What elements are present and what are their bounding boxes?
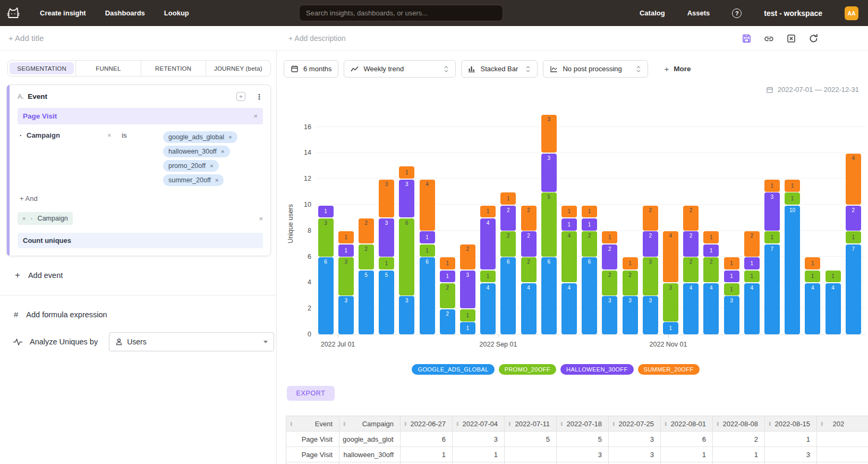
bar-segment[interactable]: 6 (582, 257, 597, 334)
bar-segment[interactable]: 1 (785, 180, 800, 192)
bar-segment[interactable]: 1 (480, 206, 496, 218)
remove-filter-value-icon[interactable]: × (215, 177, 219, 183)
add-event-button[interactable]: + Add event (15, 270, 276, 281)
bar-segment[interactable]: 1 (602, 231, 617, 243)
bar-segment[interactable]: 4 (561, 283, 577, 334)
add-and-filter-button[interactable]: + And (20, 195, 263, 203)
chart-type-select[interactable]: Stacked Bar (461, 60, 538, 78)
bar-segment[interactable]: 1 (338, 231, 354, 243)
bar-segment[interactable]: 1 (764, 231, 780, 243)
bar-segment[interactable]: 4 (663, 231, 678, 282)
date-range-button[interactable]: 6 months (284, 60, 338, 78)
remove-filter-value-icon[interactable]: × (210, 163, 214, 169)
bar-segment[interactable]: 1 (724, 271, 739, 283)
bar-segment[interactable]: 3 (764, 192, 780, 231)
add-description-button[interactable]: + Add description (288, 34, 346, 43)
bar-segment[interactable]: 2 (683, 257, 699, 282)
nav-create-insight[interactable]: Create insight (40, 9, 86, 17)
bar-segment[interactable]: 3 (379, 180, 394, 218)
bar-segment[interactable]: 3 (541, 115, 557, 153)
bar-segment[interactable]: 6 (318, 257, 334, 334)
bar-segment[interactable]: 3 (724, 296, 739, 334)
filter-value-chip[interactable]: google_ads_global× (163, 131, 237, 143)
bar-segment[interactable]: 1 (764, 180, 780, 192)
bar-segment[interactable]: 7 (764, 244, 780, 334)
bar-segment[interactable]: 7 (846, 244, 861, 334)
bar-segment[interactable]: 1 (805, 257, 820, 269)
bar-segment[interactable]: 2 (521, 231, 537, 256)
legend-item[interactable]: PROMO_20OFF (499, 364, 556, 375)
bar-segment[interactable]: 1 (420, 244, 435, 257)
app-logo-cat-icon[interactable] (6, 7, 21, 20)
bar-segment[interactable]: 1 (582, 218, 597, 231)
bar-segment[interactable]: 2 (683, 206, 699, 231)
bar-segment[interactable]: 2 (683, 231, 699, 256)
bar-segment[interactable]: 2 (643, 231, 658, 256)
add-title-button[interactable]: + Add title (8, 33, 44, 43)
bar-segment[interactable]: 2 (359, 244, 374, 269)
bar-segment[interactable]: 1 (460, 309, 475, 322)
bar-segment[interactable]: 6 (420, 257, 435, 334)
bar-segment[interactable]: 2 (500, 206, 516, 231)
bar-segment[interactable]: 1 (744, 271, 760, 283)
bar-segment[interactable]: 6 (399, 218, 414, 296)
more-button[interactable]: + More (664, 64, 691, 73)
global-search[interactable] (299, 5, 503, 21)
remove-filter-value-icon[interactable]: × (221, 148, 225, 155)
bar-segment[interactable]: 3 (623, 296, 638, 334)
bar-segment[interactable]: 1 (379, 257, 394, 269)
bar-segment[interactable]: 4 (744, 283, 760, 334)
bar-segment[interactable]: 2 (500, 231, 516, 256)
bar-segment[interactable]: 3 (399, 296, 414, 334)
bar-segment[interactable]: 4 (480, 218, 496, 269)
bar-segment[interactable]: 3 (379, 218, 394, 257)
bar-segment[interactable]: 2 (440, 283, 455, 308)
bar-segment[interactable]: 1 (703, 231, 719, 243)
bar-segment[interactable]: 2 (744, 231, 760, 256)
bar-segment[interactable]: 1 (846, 231, 861, 243)
table-header-cell[interactable]: ▲▼2022-07-11 (505, 416, 557, 432)
post-processing-select[interactable]: No post processing (543, 60, 648, 78)
save-icon[interactable] (742, 33, 752, 44)
bar-segment[interactable]: 2 (582, 231, 597, 256)
table-header-cell[interactable]: ▲▼2022-08-01 (661, 416, 713, 432)
bar-segment[interactable]: 2 (602, 271, 617, 296)
bar-segment[interactable]: 2 (521, 257, 537, 282)
add-formula-button[interactable]: # Add formula expression (14, 310, 276, 319)
table-header-cell[interactable]: ▲▼Event (286, 416, 339, 432)
bar-segment[interactable]: 3 (338, 296, 354, 334)
analyze-by-select[interactable]: Users (109, 332, 274, 351)
bar-segment[interactable]: 1 (338, 244, 354, 257)
bar-segment[interactable]: 1 (440, 257, 455, 269)
bar-segment[interactable]: 1 (582, 206, 597, 218)
nav-lookup[interactable]: Lookup (164, 9, 189, 17)
bar-segment[interactable]: 1 (724, 283, 739, 296)
bar-segment[interactable]: 2 (460, 244, 475, 269)
nav-dashboards[interactable]: Dashboards (105, 9, 145, 17)
bar-segment[interactable]: 3 (663, 283, 678, 322)
bar-segment[interactable]: 3 (602, 296, 617, 334)
breakdown-chip[interactable]: × · Campaign (18, 212, 73, 225)
tab-segmentation[interactable]: SEGMENTATION (10, 62, 74, 74)
search-input[interactable] (300, 9, 503, 17)
bar-segment[interactable]: 1 (561, 206, 577, 218)
remove-filter-value-icon[interactable]: × (228, 134, 232, 140)
avatar[interactable]: AA (845, 6, 858, 20)
help-icon[interactable]: ? (732, 9, 742, 18)
bar-segment[interactable]: 2 (643, 206, 658, 231)
table-header-cell[interactable]: ▲▼2022-08-08 (713, 416, 765, 432)
bar-segment[interactable]: 2 (359, 218, 374, 243)
tab-retention[interactable]: RETENTION (141, 61, 206, 76)
bar-segment[interactable]: 5 (359, 271, 374, 335)
table-header-cell[interactable]: ▲▼2022-08-15 (765, 416, 817, 432)
bar-segment[interactable]: 1 (623, 257, 638, 269)
event-name[interactable]: Page Visit (23, 112, 57, 120)
remove-filter-icon[interactable]: × (107, 131, 122, 139)
bar-segment[interactable]: 3 (643, 257, 658, 296)
duplicate-event-icon[interactable]: + (236, 92, 245, 101)
bar-segment[interactable]: 4 (480, 283, 496, 334)
bar-segment[interactable]: 1 (440, 271, 455, 283)
bar-segment[interactable]: 4 (846, 154, 861, 205)
refresh-icon[interactable] (809, 33, 819, 44)
remove-event-icon[interactable]: × (253, 112, 258, 120)
